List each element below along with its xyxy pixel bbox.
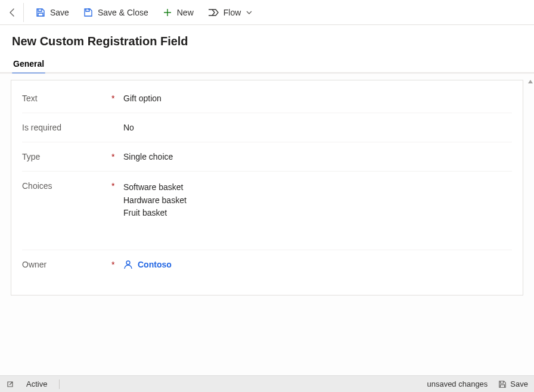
- field-owner-label: Owner: [22, 260, 111, 269]
- required-indicator: *: [111, 94, 123, 103]
- arrow-left-icon: [8, 8, 17, 17]
- status-state: Active: [26, 379, 47, 388]
- tab-general-label: General: [13, 59, 44, 69]
- save-and-close-button[interactable]: Save & Close: [76, 4, 156, 21]
- open-in-new-icon[interactable]: [6, 380, 14, 388]
- person-icon: [123, 260, 133, 269]
- field-choices-value[interactable]: Software basket Hardware basket Fruit ba…: [123, 181, 512, 220]
- flow-icon: [208, 8, 219, 17]
- back-button[interactable]: [5, 3, 24, 22]
- choice-item: Software basket: [123, 181, 512, 194]
- owner-name: Contoso: [138, 260, 172, 269]
- scroll-up-icon[interactable]: [528, 80, 533, 83]
- field-is-required-value[interactable]: No: [123, 123, 512, 132]
- field-text[interactable]: Text * Gift option: [22, 84, 512, 113]
- new-button[interactable]: New: [156, 4, 201, 21]
- save-icon: [36, 8, 45, 17]
- status-save-button[interactable]: Save: [498, 379, 528, 388]
- save-label: Save: [50, 8, 69, 17]
- flow-button[interactable]: Flow: [201, 4, 260, 21]
- field-text-label: Text: [22, 94, 111, 103]
- command-bar: Save Save & Close New Flow: [0, 0, 534, 25]
- choice-item: Fruit basket: [123, 207, 512, 220]
- new-label: New: [177, 8, 194, 17]
- status-save-label: Save: [510, 379, 528, 388]
- field-type-label: Type: [22, 152, 111, 161]
- form-card: Text * Gift option Is required No Type *…: [11, 80, 523, 295]
- field-type[interactable]: Type * Single choice: [22, 142, 512, 172]
- required-indicator: *: [111, 152, 123, 161]
- page-header: New Custom Registration Field: [0, 25, 534, 48]
- field-owner-value[interactable]: Contoso: [123, 260, 512, 271]
- plus-icon: [163, 8, 172, 17]
- page-title: New Custom Registration Field: [12, 35, 522, 48]
- unsaved-changes-text: unsaved changes: [427, 379, 488, 388]
- svg-point-0: [126, 261, 130, 265]
- field-owner[interactable]: Owner * Contoso: [22, 250, 512, 281]
- field-is-required[interactable]: Is required No: [22, 113, 512, 142]
- tabs: General: [0, 59, 534, 73]
- save-button[interactable]: Save: [29, 4, 76, 21]
- field-text-value[interactable]: Gift option: [123, 94, 512, 103]
- form-scroll-area: Text * Gift option Is required No Type *…: [0, 73, 534, 392]
- required-indicator: *: [111, 181, 123, 191]
- required-indicator: *: [111, 260, 123, 269]
- field-choices-label: Choices: [22, 181, 111, 191]
- status-divider: [59, 379, 60, 389]
- flow-label: Flow: [223, 8, 241, 17]
- field-is-required-label: Is required: [22, 123, 111, 132]
- owner-lookup-link[interactable]: Contoso: [123, 260, 172, 269]
- save-icon: [498, 380, 507, 388]
- status-bar: Active unsaved changes Save: [0, 375, 534, 392]
- tab-general[interactable]: General: [12, 59, 45, 73]
- field-choices[interactable]: Choices * Software basket Hardware baske…: [22, 172, 512, 250]
- chevron-down-icon: [246, 9, 253, 16]
- choice-item: Hardware basket: [123, 194, 512, 207]
- save-close-icon: [83, 8, 93, 17]
- save-close-label: Save & Close: [98, 8, 148, 17]
- field-type-value[interactable]: Single choice: [123, 152, 512, 161]
